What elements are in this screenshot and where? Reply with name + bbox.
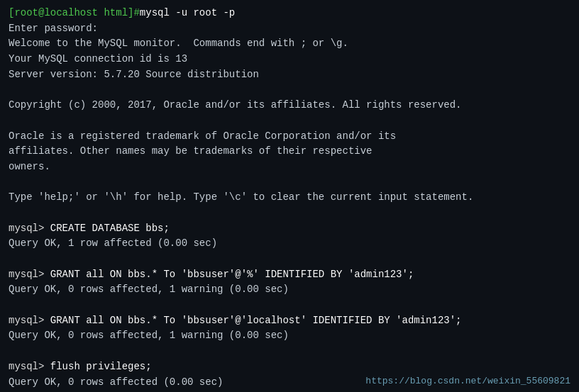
mysql-prompt: mysql> [9, 269, 50, 280]
blank-line [9, 344, 570, 359]
output-line: Query OK, 0 rows affected, 1 warning (0.… [9, 282, 570, 298]
blank-line [9, 82, 570, 98]
mysql-command-line: mysql> GRANT all ON bbs.* To 'bbsuser'@'… [9, 267, 570, 283]
shell-command: mysql -u root -p [140, 7, 235, 18]
output-line: Oracle is a registered trademark of Orac… [9, 129, 570, 145]
blank-line [9, 113, 570, 129]
output-line: Query OK, 1 row affected (0.00 sec) [9, 236, 570, 252]
shell-prompt: [root@localhost html]# [9, 7, 140, 18]
terminal-window: [root@localhost html]#mysql -u root -pEn… [0, 0, 579, 392]
mysql-prompt: mysql> [9, 223, 50, 234]
mysql-command: flush privileges; [50, 361, 152, 372]
mysql-command-line: mysql> GRANT all ON bbs.* To 'bbsuser'@'… [9, 313, 570, 329]
output-line: Copyright (c) 2000, 2017, Oracle and/or … [9, 98, 570, 113]
blank-line [9, 206, 570, 221]
output-line: Server version: 5.7.20 Source distributi… [9, 67, 570, 83]
blank-line [9, 252, 570, 267]
mysql-prompt: mysql> [9, 315, 50, 326]
mysql-command: GRANT all ON bbs.* To 'bbsuser'@'localho… [50, 315, 462, 326]
output-line: affiliates. Other names may be trademark… [9, 144, 570, 159]
output-line: Your MySQL connection id is 13 [9, 52, 570, 67]
output-line: owners. [9, 159, 570, 175]
terminal-content: [root@localhost html]#mysql -u root -pEn… [9, 6, 570, 392]
output-line: Query OK, 0 rows affected, 1 warning (0.… [9, 328, 570, 344]
output-line: Enter password: [9, 21, 570, 37]
mysql-command: GRANT all ON bbs.* To 'bbsuser'@'%' IDEN… [50, 269, 414, 280]
output-line: Type 'help;' or '\h' for help. Type '\c'… [9, 190, 570, 206]
mysql-command-line: mysql> CREATE DATABASE bbs; [9, 221, 570, 237]
mysql-command-line: mysql> flush privileges; [9, 359, 570, 375]
watermark: https://blog.csdn.net/weixin_55609821 [365, 376, 570, 386]
mysql-prompt: mysql> [9, 361, 50, 372]
output-line: Welcome to the MySQL monitor. Commands e… [9, 36, 570, 52]
blank-line [9, 175, 570, 191]
blank-line [9, 298, 570, 313]
mysql-command: CREATE DATABASE bbs; [50, 223, 170, 234]
shell-command-line: [root@localhost html]#mysql -u root -p [9, 6, 570, 21]
